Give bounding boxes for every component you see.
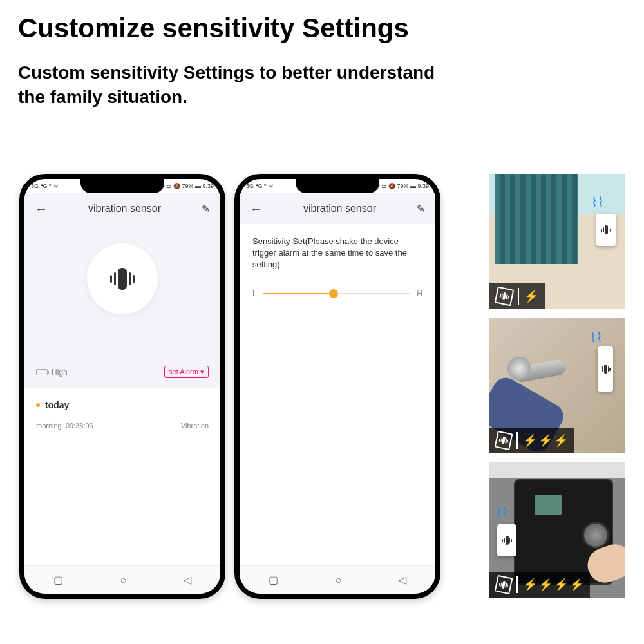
- app-bar: ← vibration sensor ✎: [240, 193, 435, 224]
- sensitivity-overlay: ⚡⚡⚡: [489, 428, 574, 453]
- battery-icon: [36, 369, 48, 375]
- bolt-icon: ⚡: [554, 578, 568, 592]
- intensity-bolts: ⚡: [524, 289, 538, 303]
- phone-mockup-settings: 3G ⁴G ᴵᴵ ≋ ℕ ⚪ ⚍ 🔕 79% ▬ 9:39 ← vibratio…: [234, 174, 440, 599]
- phone-notch: [296, 179, 379, 193]
- events-card: today morning 09:38:06 Vibration: [24, 388, 220, 565]
- bolt-icon: ⚡: [523, 578, 537, 592]
- sensor-status-icon: [87, 243, 158, 314]
- app-bar: ← vibration sensor ✎: [24, 193, 220, 224]
- bolt-icon: ⚡: [523, 433, 537, 448]
- tile-window-low: ⌇⌇ ⚡: [489, 174, 625, 309]
- wifi-icon: ⌇⌇: [496, 505, 509, 520]
- intensity-bolts: ⚡⚡⚡⚡: [523, 578, 583, 592]
- set-alarm-button[interactable]: set Alarm ▾: [164, 366, 209, 378]
- vibration-icon: [110, 268, 135, 290]
- sensor-device-icon: [596, 214, 616, 246]
- nav-home-button[interactable]: ○: [336, 574, 342, 586]
- screen-title: vibration sensor: [303, 203, 376, 214]
- battery-status: High: [36, 368, 68, 377]
- bolt-icon: ⚡: [554, 433, 568, 448]
- sensor-device-icon: [497, 524, 516, 556]
- phone-mockup-main: 3G ⁴G ᴵᴵ ≋ ℕ ⚪ ⚍ 🔕 79% ▬ 9:39 ← vibratio…: [19, 174, 225, 599]
- slider-thumb[interactable]: [329, 289, 338, 298]
- android-nav-bar: ▢ ○ ◁: [24, 565, 220, 594]
- screen-title: vibration sensor: [88, 203, 161, 214]
- intensity-bolts: ⚡⚡⚡: [523, 433, 568, 448]
- nav-home-button[interactable]: ○: [120, 574, 127, 586]
- vibration-icon: [495, 287, 515, 307]
- sensitivity-overlay: ⚡⚡⚡⚡: [489, 572, 590, 598]
- tile-door-medium: ⌇⌇ ⚡⚡⚡: [489, 318, 625, 453]
- page-subtitle: Custom sensitivity Settings to better un…: [18, 61, 626, 109]
- android-nav-bar: ▢ ○ ◁: [240, 565, 435, 594]
- vibration-icon: [495, 575, 513, 594]
- nav-recent-button[interactable]: ▢: [53, 574, 63, 586]
- nav-back-button[interactable]: ◁: [399, 574, 406, 586]
- slider-high-label: H: [417, 289, 422, 298]
- tile-safe-high: ⌇⌇ ⚡⚡⚡⚡: [489, 462, 625, 598]
- sensitivity-slider[interactable]: L H: [252, 289, 422, 298]
- page-title: Customize sensitivity Settings: [18, 13, 626, 44]
- nav-back-button[interactable]: ◁: [184, 574, 191, 586]
- slider-track[interactable]: [263, 293, 411, 294]
- vibration-icon: [495, 431, 513, 450]
- sensitivity-help-text: Sensitivity Set(Please shake the device …: [252, 236, 422, 271]
- sensor-device-icon: [598, 346, 613, 392]
- bolt-icon: ⚡: [524, 289, 538, 303]
- back-button[interactable]: ←: [35, 202, 48, 216]
- edit-button[interactable]: ✎: [417, 203, 425, 215]
- wifi-icon: ⌇⌇: [591, 194, 604, 210]
- nav-recent-button[interactable]: ▢: [269, 574, 278, 586]
- slider-low-label: L: [252, 289, 257, 298]
- back-button[interactable]: ←: [250, 202, 263, 216]
- bolt-icon: ⚡: [538, 578, 553, 592]
- wifi-icon: ⌇⌇: [590, 330, 603, 345]
- sensitivity-overlay: ⚡: [489, 283, 545, 309]
- bolt-icon: ⚡: [538, 433, 553, 448]
- bolt-icon: ⚡: [569, 578, 583, 592]
- today-header: today: [36, 400, 209, 410]
- use-case-tiles: ⌇⌇ ⚡ ⌇⌇ ⚡⚡⚡: [489, 174, 625, 599]
- phone-notch: [80, 179, 164, 193]
- event-row: morning 09:38:06 Vibration: [36, 422, 209, 430]
- edit-button[interactable]: ✎: [202, 203, 210, 215]
- status-dot-icon: [36, 403, 40, 407]
